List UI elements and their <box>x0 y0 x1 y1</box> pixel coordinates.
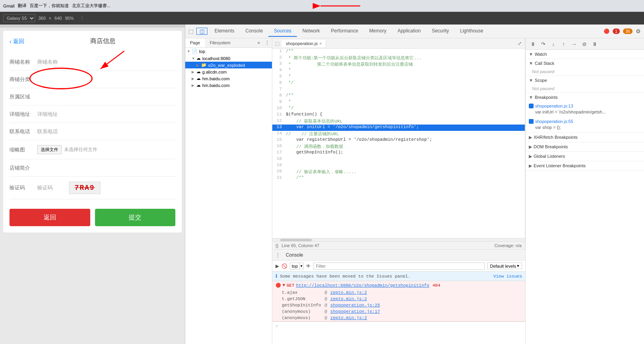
code-line-15: 15 var registerShopUrl = '/o2o/shopadmin… <box>272 137 525 144</box>
step-btn[interactable]: → <box>570 40 578 48</box>
global-listeners-header[interactable]: ▶ Global Listeners <box>526 152 644 161</box>
tab-console[interactable]: Console <box>240 26 268 37</box>
step-over-btn[interactable]: ↷ <box>539 40 547 48</box>
xhr-breakpoints-header[interactable]: ▶ XHR/fetch Breakpoints <box>526 133 644 142</box>
watch-arrow: ▼ <box>529 52 533 57</box>
tab-sources[interactable]: Sources <box>268 26 297 37</box>
scope-header[interactable]: ▼ Scope <box>526 76 644 85</box>
pause-exceptions-btn[interactable]: ⏸ <box>591 40 598 48</box>
chevron-left-icon: ‹ <box>9 38 11 45</box>
bp-filename-1[interactable]: shopoperation.js:13 <box>535 103 606 109</box>
deactivate-btn[interactable]: ⊘ <box>580 40 588 48</box>
code-line-11: 11 $(function() { <box>272 112 525 118</box>
event-listener-header[interactable]: ▶ Event Listener Breakpoints <box>526 161 644 170</box>
gmail-tab[interactable]: Gmail <box>3 4 15 8</box>
console-filter-input[interactable] <box>313 263 485 270</box>
debugger-toolbar: ⏸ ↷ ↓ ↑ → ⊘ ⏸ <box>526 38 644 50</box>
code-scrollbar-thumb[interactable] <box>280 239 312 241</box>
code-content[interactable]: 1 /** 2 * 两个功能:第一个功能从后台获取店铺分类以及区域等信息将它..… <box>272 49 525 238</box>
choose-file-button[interactable]: 选择文件 <box>37 145 62 154</box>
tree-top[interactable]: ▼ 📄 top <box>185 48 272 55</box>
breakpoints-header[interactable]: ▼ Breakpoints <box>526 93 644 102</box>
close-tab-icon[interactable]: × <box>319 41 322 46</box>
bp-checkbox-2[interactable] <box>529 119 534 124</box>
back-button[interactable]: 返回 <box>9 209 90 226</box>
event-arrow: ▶ <box>529 163 532 168</box>
code-format-icon[interactable]: {} <box>275 243 278 248</box>
baidu-tab[interactable]: 百度一下，你就知道 <box>30 3 69 9</box>
shop-phone-value[interactable]: 联系电话 <box>37 128 175 135</box>
devtools-inspect-icon[interactable]: ⬚ <box>185 28 196 34</box>
step-into-btn[interactable]: ↓ <box>549 40 557 48</box>
expand-arrow[interactable]: ▼ <box>283 283 285 287</box>
device-select[interactable]: Galaxy S5 <box>3 14 35 22</box>
shop-thumbnail-row: 缩略图 选择文件 未选择任何文件 <box>9 140 175 159</box>
code-nav-icon[interactable]: ⬚ <box>272 41 282 46</box>
tree-more-icon[interactable]: ⋮ <box>262 38 272 47</box>
watch-section: ▼ Watch <box>526 50 644 59</box>
tree-baidu1[interactable]: ▶ ☁ hm.baidu.com <box>185 75 272 82</box>
height-display: 640 <box>55 16 62 21</box>
bjut-tab[interactable]: 北京工业大学徽赛... <box>72 3 110 9</box>
console-more-icon[interactable]: ⋮ <box>275 252 280 258</box>
tab-elements[interactable]: Elements <box>209 26 240 37</box>
tab-lighthouse[interactable]: Lighthouse <box>454 26 489 37</box>
debugger-panel: ⏸ ↷ ↓ ↑ → ⊘ ⏸ ▼ Watch <box>525 38 644 344</box>
tab-application[interactable]: Application <box>392 26 426 37</box>
page-tab[interactable]: Page <box>185 38 205 47</box>
tab-network[interactable]: Network <box>297 26 325 37</box>
settings-icon[interactable]: ⚙ <box>636 28 641 34</box>
cloud-icon-baidu1: ☁ <box>196 76 201 81</box>
tree-alicdn[interactable]: ▶ ☁ g.alicdn.com <box>185 68 272 75</box>
file-link-3[interactable]: shopoperation.js:25 <box>331 303 380 308</box>
error-url[interactable]: http://localhost:8080/o2o/shopadmin/gets… <box>296 283 429 288</box>
view-issues-link[interactable]: View issues <box>493 274 522 279</box>
file-link-4[interactable]: shopoperation.js:17 <box>331 309 380 314</box>
dom-arrow: ▶ <box>529 144 532 149</box>
code-expand-icon[interactable]: ⤢ <box>515 40 525 47</box>
tree-arrow-alicdn: ▶ <box>192 70 196 74</box>
shop-address-value[interactable]: 详细地址 <box>37 111 175 118</box>
tree-baidu2[interactable]: ▶ ☁ hm.baidu.com <box>185 82 272 89</box>
more-icon[interactable]: » <box>255 38 262 47</box>
tab-performance[interactable]: Performance <box>325 26 364 37</box>
back-header-link[interactable]: ‹ 返回 <box>9 38 24 45</box>
tab-memory[interactable]: Memory <box>364 26 392 37</box>
console-input[interactable] <box>280 323 522 329</box>
dom-breakpoints-section: ▶ DOM Breakpoints <box>526 142 644 152</box>
annotation-circle <box>29 68 93 89</box>
console-levels-button[interactable]: Default levels ▾ <box>487 263 522 269</box>
bp-checkbox-1[interactable] <box>529 104 534 108</box>
step-out-btn[interactable]: ↑ <box>560 40 568 48</box>
captcha-input[interactable]: 验证码 <box>37 184 69 191</box>
console-dropdown-arrow[interactable]: ▾ <box>300 263 304 269</box>
bp-filename-2[interactable]: shopoperation.js:55 <box>535 119 573 125</box>
shop-name-value[interactable]: 商铺名称 <box>37 59 175 66</box>
watch-header[interactable]: ▼ Watch <box>526 50 644 59</box>
console-content: ℹ Some messages have been moved to the I… <box>272 272 525 344</box>
file-link-2[interactable]: zepto.min.js:2 <box>331 297 367 301</box>
call-stack-label: Call Stack <box>535 61 555 66</box>
tree-localhost[interactable]: ▼ ☁ localhost:8080 <box>185 55 272 62</box>
console-eye-icon[interactable]: 👁 <box>306 263 311 269</box>
pause-resume-btn[interactable]: ⏸ <box>529 40 537 48</box>
code-file-tab-shopoperation[interactable]: shopoperation.js × <box>282 40 326 47</box>
file-link-5[interactable]: zepto.min.js:2 <box>331 316 367 320</box>
dom-breakpoints-header[interactable]: ▶ DOM Breakpoints <box>526 142 644 151</box>
shop-name-row: 商铺名称 商铺名称 <box>9 53 175 71</box>
code-horizontal-scrollbar[interactable] <box>272 238 525 241</box>
console-clear-icon[interactable]: 🚫 <box>281 263 287 269</box>
console-tab-label[interactable]: Console <box>286 252 303 258</box>
file-link-1[interactable]: zepto.min.js:2 <box>331 290 367 295</box>
tab-security[interactable]: Security <box>426 26 454 37</box>
call-stack-header[interactable]: ▼ Call Stack <box>526 59 644 68</box>
console-play-icon[interactable]: ▶ <box>275 263 279 269</box>
filesystem-tab[interactable]: Filesystem <box>205 38 236 47</box>
submit-button[interactable]: 提交 <box>95 209 176 226</box>
watch-label: Watch <box>535 52 547 57</box>
devtools-device-icon[interactable]: ◫ <box>196 28 207 35</box>
more-options-icon[interactable]: ⋮ <box>80 16 84 21</box>
error-expand-icon[interactable]: 🔴 <box>275 283 281 288</box>
translate-tab[interactable]: 翻译 <box>18 3 27 9</box>
tree-o2o[interactable]: ▶ 📁 o2o_war_exploded <box>185 62 272 68</box>
